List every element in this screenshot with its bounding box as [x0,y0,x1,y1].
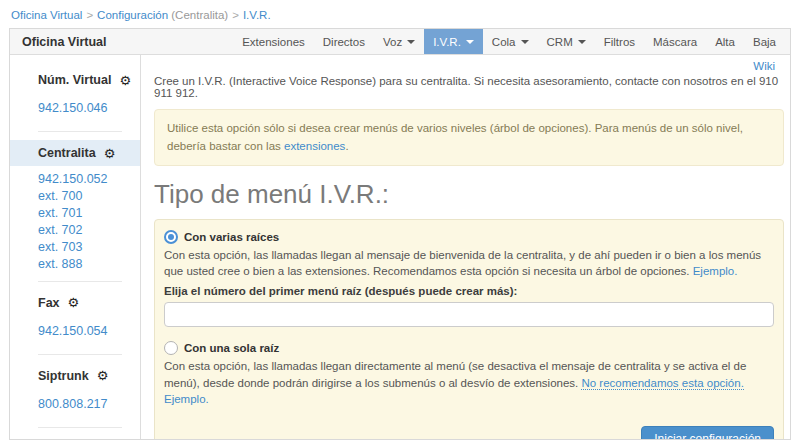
chevron-down-icon [407,40,415,44]
gear-icon[interactable]: ⚙ [97,369,109,382]
chevron-down-icon [466,40,474,44]
ejemplo-link[interactable]: Ejemplo. [164,393,209,405]
top-bar: Oficina Virtual Extensiones Directos Voz… [10,29,790,55]
sidebar-section-title: Centralita ⚙ [10,140,140,166]
nav-tab-mascara[interactable]: Máscara [644,29,706,54]
root-menu-number-input[interactable] [164,302,774,327]
sidebar-section-title: Núm. Virtual ⚙ [10,67,140,93]
radio-unchecked-icon[interactable] [164,341,178,355]
sidebar-item-extension[interactable]: ext. 703 [10,239,140,256]
ejemplo-link[interactable]: Ejemplo. [693,265,738,277]
breadcrumb: Oficina Virtual>Configuración (Centralit… [0,0,800,28]
nav-tab-label: Directos [323,36,365,48]
chevron-down-icon [521,40,529,44]
radio-label: Con una sola raíz [184,342,279,354]
nav-tab-label: Extensiones [242,36,305,48]
nav-tab-label: Máscara [653,36,697,48]
alert-text-end: . [345,140,348,152]
sidebar-section-title: Fax ⚙ [10,290,140,316]
nav-tab-filtros[interactable]: Filtros [595,29,644,54]
sidebar-section-label: Centralita [38,146,96,160]
option-multi-root: Con varias raíces Con esta opción, las l… [164,230,774,339]
main-content: Wiki Cree un I.V.R. (Interactive Voice R… [141,55,790,439]
sidebar-item-number[interactable]: 942.150.054 [10,316,140,346]
breadcrumb-link-ivr[interactable]: I.V.R. [243,9,271,21]
nav-tab-cola[interactable]: Cola [483,29,538,54]
radio-label: Con varias raíces [184,231,279,243]
nav-tab-ivr[interactable]: I.V.R. [424,29,483,54]
gear-icon[interactable]: ⚙ [68,296,80,309]
app-window: Oficina Virtual Extensiones Directos Voz… [9,28,791,440]
sidebar-section-num-virtual: Núm. Virtual ⚙ 942.150.046 [10,67,140,123]
sidebar-divider [38,131,122,132]
sidebar-section-siptrunk: Siptrunk ⚙ 800.808.217 [10,363,140,419]
option-multi-description: Con esta opción, las llamadas llegan al … [164,247,774,280]
sidebar-item-extension[interactable]: ext. 700 [10,188,140,205]
chevron-down-icon [578,40,586,44]
page-title: Tipo de menú I.V.R.: [154,179,784,210]
sidebar-item-number[interactable]: 800.808.217 [10,389,140,419]
breadcrumb-separator: > [86,9,93,21]
option-single-root: Con una sola raíz Con esta opción, las l… [164,341,774,408]
nav-tab-baja[interactable]: Baja [744,29,785,54]
main-nav: Extensiones Directos Voz I.V.R. Cola CRM… [233,29,790,54]
sidebar-section-title: Botón Web ⚙ [10,436,140,441]
radio-option-multi-root[interactable]: Con varias raíces [164,230,774,244]
nav-tab-label: Baja [753,36,776,48]
root-menu-number-label: Elija el número del primer menú raíz (de… [164,285,774,297]
sidebar-item-extension[interactable]: ext. 702 [10,222,140,239]
sidebar-section-centralita: Centralita ⚙ 942.150.052 ext. 700 ext. 7… [10,140,140,273]
sidebar: Núm. Virtual ⚙ 942.150.046 Centralita ⚙ … [10,55,141,439]
warning-alert: Utilice esta opción sólo si desea crear … [154,109,784,166]
sidebar-section-title: Siptrunk ⚙ [10,363,140,389]
sidebar-section-label: Siptrunk [38,369,89,383]
breadcrumb-link-configuracion[interactable]: Configuración [97,9,168,21]
option-single-description: Con esta opción, las llamadas llegan dir… [164,358,774,408]
nav-tab-voz[interactable]: Voz [374,29,424,54]
gear-icon[interactable]: ⚙ [104,147,116,160]
nav-tab-label: Cola [492,36,516,48]
nav-tab-label: CRM [547,36,573,48]
no-recomendamos-link[interactable]: No recomendamos esta opción. [581,377,743,390]
sidebar-section-label: Núm. Virtual [38,73,111,87]
alert-text: Utilice esta opción sólo si desea crear … [167,122,743,152]
sidebar-section-label: Fax [38,296,60,310]
breadcrumb-context: (Centralita) [171,9,228,21]
nav-tab-label: Voz [383,36,402,48]
ivr-type-panel: Con varias raíces Con esta opción, las l… [154,219,784,439]
sidebar-divider [38,427,122,428]
sidebar-item-number[interactable]: 942.150.046 [10,93,140,123]
nav-tab-label: Filtros [604,36,635,48]
nav-tab-extensiones[interactable]: Extensiones [233,29,314,54]
intro-text: Cree un I.V.R. (Interactive Voice Respon… [154,75,784,99]
panel-footer: Iniciar configuración [164,426,774,439]
radio-checked-icon[interactable] [164,230,178,244]
nav-tab-label: I.V.R. [433,36,461,48]
wiki-link[interactable]: Wiki [753,60,775,72]
app-title: Oficina Virtual [10,29,119,54]
sidebar-divider [38,281,122,282]
nav-tab-crm[interactable]: CRM [538,29,595,54]
breadcrumb-link-oficina-virtual[interactable]: Oficina Virtual [11,9,82,21]
extensiones-link[interactable]: extensiones [284,140,345,152]
breadcrumb-separator: > [232,9,239,21]
radio-option-single-root[interactable]: Con una sola raíz [164,341,774,355]
nav-tab-alta[interactable]: Alta [706,29,744,54]
start-configuration-button[interactable]: Iniciar configuración [641,426,774,439]
nav-tab-label: Alta [715,36,735,48]
sidebar-divider [38,354,122,355]
sidebar-section-fax: Fax ⚙ 942.150.054 [10,290,140,346]
nav-tab-directos[interactable]: Directos [314,29,374,54]
gear-icon[interactable]: ⚙ [119,74,131,87]
sidebar-item-extension[interactable]: ext. 701 [10,205,140,222]
sidebar-item-extension[interactable]: ext. 888 [10,256,140,273]
sidebar-section-boton-web: Botón Web ⚙ [10,436,140,441]
sidebar-item-number[interactable]: 942.150.052 [10,166,140,188]
description-text: Con esta opción, las llamadas llegan al … [164,249,761,278]
